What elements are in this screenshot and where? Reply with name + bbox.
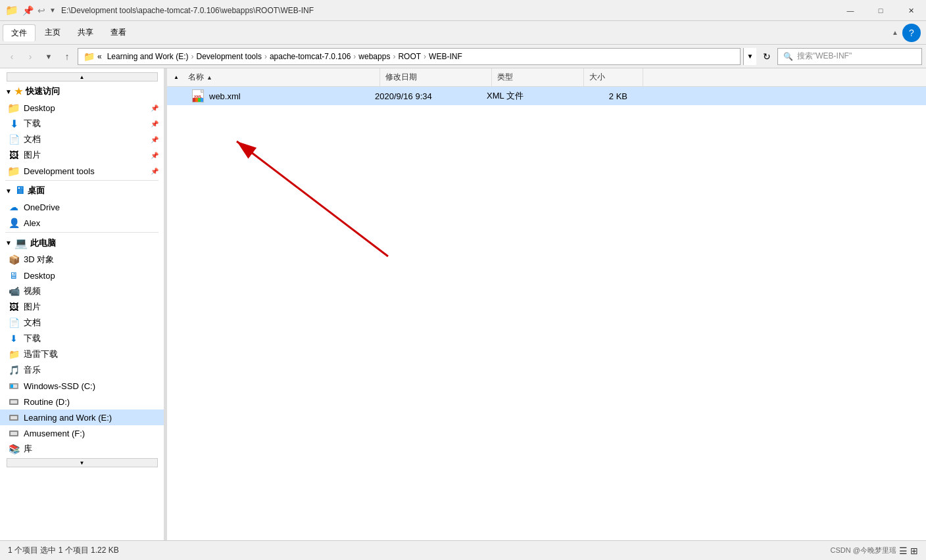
up-button[interactable]: ↑ (59, 49, 75, 64)
sidebar-scroll-up[interactable]: ▲ (0, 71, 164, 83)
file-scroll-up[interactable]: ▲ (170, 68, 183, 86)
sidebar-item-alex[interactable]: 👤 Alex (0, 215, 164, 231)
sidebar-item-drive-d[interactable]: Routine (D:) (0, 394, 164, 409)
sidebar-item-devtools-quick[interactable]: 📁 Development tools 📌 (0, 163, 164, 179)
download-icon: ⬇ (8, 118, 20, 129)
maximize-button[interactable]: □ (865, 0, 896, 21)
titlebar: 📁 📌 ↩ ▼ E:\Development tools\apache-tomc… (0, 0, 926, 21)
column-size-header[interactable]: 大小 (584, 68, 643, 86)
close-button[interactable]: ✕ (896, 0, 926, 21)
address-box[interactable]: 📁 « Learning and Work (E:) › Development… (78, 48, 741, 65)
column-date-header[interactable]: 修改日期 (380, 68, 492, 86)
pin-icon: 📌 (151, 168, 158, 175)
drive-f-icon (8, 427, 20, 439)
forward-button[interactable]: › (22, 49, 38, 64)
sidebar-item-library[interactable]: 📚 库 (0, 441, 164, 457)
column-name-header[interactable]: 名称 ▲ (183, 68, 380, 86)
sidebar-item-label: Development tools (24, 166, 147, 176)
pin-icon: 📌 (151, 120, 158, 128)
breadcrumb-webapps[interactable]: webapps (358, 52, 390, 61)
sidebar-item-desktop-quick[interactable]: 📁 Desktop 📌 (0, 100, 164, 116)
onedrive-icon: ☁ (8, 201, 20, 213)
desktop-icon: 🖥 (8, 269, 20, 281)
file-area: ▲ 名称 ▲ 修改日期 类型 大小 (167, 68, 926, 540)
section-label: 此电脑 (30, 237, 56, 249)
file-icon: XML (192, 89, 205, 103)
pin-icon: 📌 (151, 152, 158, 159)
breadcrumb-root[interactable]: ROOT (398, 52, 421, 61)
search-box[interactable]: 🔍 搜索"WEB-INF" (777, 48, 922, 65)
sidebar-scroll-down[interactable]: ▼ (0, 457, 164, 469)
sidebar-item-pictures[interactable]: 🖼 图片 (0, 299, 164, 315)
column-type-header[interactable]: 类型 (492, 68, 584, 86)
sidebar-item-downloads[interactable]: ⬇ 下载 (0, 331, 164, 346)
back-button[interactable]: ‹ (4, 49, 20, 64)
sidebar-item-label: 音乐 (24, 364, 158, 376)
sidebar-item-label: 3D 对象 (24, 254, 158, 266)
file-list-header: ▲ 名称 ▲ 修改日期 类型 大小 (167, 68, 926, 87)
folder-icon: 📁 (8, 165, 20, 177)
view-list-icon[interactable]: ☰ (899, 546, 908, 556)
titlebar-controls: — □ ✕ (835, 0, 926, 21)
sidebar-item-label: Amusement (F:) (24, 429, 158, 438)
sidebar-item-pictures-quick[interactable]: 🖼 图片 📌 (0, 147, 164, 163)
3d-icon: 📦 (8, 254, 20, 266)
sidebar-item-label: Learning and Work (E:) (24, 413, 158, 423)
sidebar-item-label: 下载 (24, 118, 147, 129)
star-icon: ★ (14, 86, 23, 97)
desktop-section-header[interactable]: ▼ 🖥 桌面 (0, 182, 164, 199)
file-list-body: XML web.xml (167, 87, 926, 540)
sidebar-item-onedrive[interactable]: ☁ OneDrive (0, 199, 164, 215)
quick-access-header[interactable]: ▼ ★ 快速访问 (0, 83, 164, 100)
sidebar-item-docs-quick[interactable]: 📄 文档 📌 (0, 131, 164, 147)
table-row[interactable]: XML web.xml (167, 87, 926, 105)
sidebar-item-documents[interactable]: 📄 文档 (0, 315, 164, 331)
thispc-section-header[interactable]: ▼ 💻 此电脑 (0, 234, 164, 252)
minimize-button[interactable]: — (835, 0, 865, 21)
documents-icon: 📄 (8, 317, 20, 329)
breadcrumb-webinf[interactable]: WEB-INF (429, 52, 462, 61)
tab-file[interactable]: 文件 (3, 24, 36, 41)
sidebar-item-label: 图片 (24, 301, 158, 313)
view-grid-icon[interactable]: ⊞ (910, 546, 918, 556)
breadcrumb-devtools[interactable]: Development tools (197, 52, 262, 61)
address-dropdown-button[interactable]: ▼ (743, 48, 756, 65)
sidebar-item-drive-e[interactable]: Learning and Work (E:) (0, 409, 164, 425)
sidebar-item-label: 文档 (24, 133, 147, 145)
svg-rect-2 (11, 385, 13, 388)
drive-e-icon (8, 411, 20, 423)
sidebar-item-label: 文档 (24, 317, 158, 329)
file-size-cell: 2 KB (573, 87, 633, 105)
dropdown-icon[interactable]: ▼ (49, 7, 56, 14)
sidebar-item-video[interactable]: 📹 视频 (0, 283, 164, 299)
pictures-icon2: 🖼 (8, 301, 20, 313)
folder-icon: 📁 (5, 4, 18, 16)
sidebar-item-label: 下载 (24, 333, 158, 344)
breadcrumb-learning[interactable]: Learning and Work (E:) (107, 52, 189, 61)
sidebar-item-download-quick[interactable]: ⬇ 下载 📌 (0, 116, 164, 131)
dropdown-recent-button[interactable]: ▼ (41, 49, 57, 64)
search-placeholder: 搜索"WEB-INF" (797, 51, 852, 62)
sidebar-item-music[interactable]: 🎵 音乐 (0, 362, 164, 378)
tab-home[interactable]: 主页 (37, 24, 68, 41)
sidebar-item-desktop[interactable]: 🖥 Desktop (0, 268, 164, 283)
sidebar-item-drive-c[interactable]: Windows-SSD (C:) (0, 378, 164, 394)
sidebar: ▲ ▼ ★ 快速访问 📁 Desktop 📌 ⬇ 下载 📌 📄 文档 (0, 68, 164, 540)
tab-share[interactable]: 共享 (70, 24, 101, 41)
sidebar-item-3d[interactable]: 📦 3D 对象 (0, 252, 164, 268)
breadcrumb: « (97, 52, 102, 61)
breadcrumb-tomcat[interactable]: apache-tomcat-7.0.106 (270, 52, 351, 61)
svg-rect-8 (11, 432, 17, 435)
sidebar-item-thunder[interactable]: 📁 迅雷下载 (0, 346, 164, 362)
statusbar-left: 1 个项目 选中 1 个项目 1.22 KB (8, 545, 119, 556)
ribbon-toggle[interactable]: ▲ (889, 29, 901, 36)
section-label: 桌面 (28, 185, 45, 197)
help-button[interactable]: ? (902, 24, 921, 42)
sidebar-item-label: Windows-SSD (C:) (24, 381, 158, 391)
music-icon: 🎵 (8, 364, 20, 376)
refresh-button[interactable]: ↻ (759, 49, 775, 64)
sidebar-item-label: 库 (24, 443, 158, 455)
tab-view[interactable]: 查看 (103, 24, 134, 41)
drive-c-icon (8, 380, 20, 392)
sidebar-item-drive-f[interactable]: Amusement (F:) (0, 425, 164, 441)
